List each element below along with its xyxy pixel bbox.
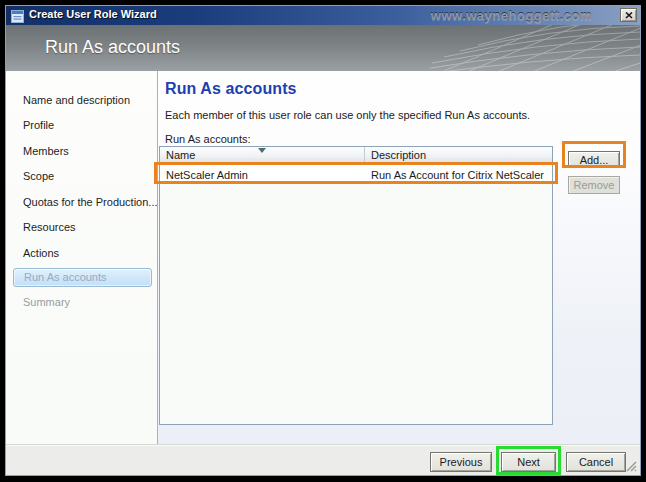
footer-bar: Previous Next Cancel — [6, 444, 640, 475]
wizard-steps-sidebar: Name and description Profile Members Sco… — [6, 71, 158, 444]
wizard-window-icon — [11, 9, 24, 22]
page-header-title: Run As accounts — [45, 37, 180, 58]
sidebar-item-resources[interactable]: Resources — [6, 215, 157, 241]
page-description: Each member of this user role can use on… — [165, 109, 530, 121]
column-header-name[interactable]: Name — [160, 147, 365, 163]
sidebar-item-profile[interactable]: Profile — [6, 113, 157, 139]
wizard-window: Create User Role Wizard www.waynehoggett… — [5, 5, 641, 476]
resize-grip[interactable] — [625, 460, 637, 472]
screenshot-root: Create User Role Wizard www.waynehoggett… — [0, 0, 646, 482]
list-header-row: Name Description — [160, 147, 552, 164]
next-button[interactable]: Next — [501, 452, 556, 472]
column-header-description-label: Description — [371, 149, 426, 161]
sidebar-item-run-as-accounts[interactable]: Run As accounts — [13, 268, 152, 288]
wizard-page-content: Run As accounts Each member of this user… — [158, 71, 640, 444]
close-icon — [625, 12, 633, 19]
run-as-accounts-list-label: Run As accounts: — [165, 133, 251, 145]
add-button[interactable]: Add... — [568, 151, 620, 168]
mesh-decoration — [430, 25, 640, 71]
watermark: www.waynehoggett.com — [431, 8, 592, 23]
previous-button[interactable]: Previous — [430, 452, 492, 472]
cell-description: Run As Account for Citrix NetScaler — [365, 169, 552, 181]
cell-name: NetScaler Admin — [160, 169, 365, 181]
run-as-accounts-list[interactable]: Name Description NetScaler Admin Run As … — [159, 146, 553, 425]
column-header-name-label: Name — [166, 149, 195, 161]
page-title: Run As accounts — [165, 80, 297, 98]
sidebar-item-actions[interactable]: Actions — [6, 240, 157, 266]
sidebar-item-name-and-description[interactable]: Name and description — [6, 87, 157, 113]
close-button[interactable] — [620, 8, 637, 22]
sidebar-item-quotas[interactable]: Quotas for the Production... — [6, 189, 157, 215]
table-row[interactable]: NetScaler Admin Run As Account for Citri… — [160, 165, 552, 184]
remove-button: Remove — [568, 176, 620, 194]
sort-descending-icon — [258, 148, 266, 153]
column-header-description[interactable]: Description — [365, 147, 552, 163]
sidebar-item-scope[interactable]: Scope — [6, 164, 157, 190]
sidebar-item-summary: Summary — [6, 289, 157, 315]
window-title: Create User Role Wizard — [29, 8, 157, 20]
sidebar-item-members[interactable]: Members — [6, 138, 157, 164]
cancel-button[interactable]: Cancel — [566, 452, 626, 472]
wizard-page-header: Run As accounts — [6, 25, 640, 71]
